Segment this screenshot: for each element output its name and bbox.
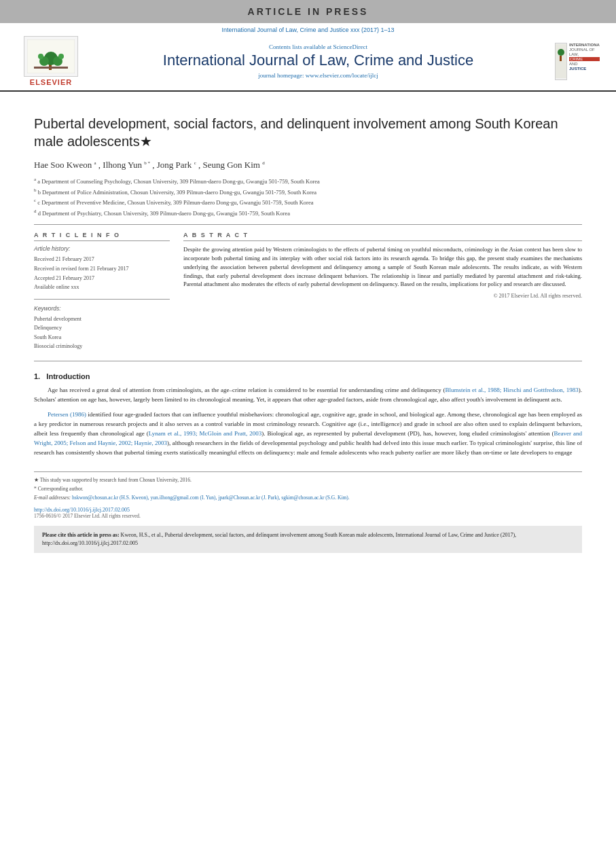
journal-citation: International Journal of Law, Crime and … — [221, 26, 394, 33]
svg-point-6 — [58, 54, 64, 59]
author-jong: , Jong Park — [152, 160, 194, 170]
article-info-header: A R T I C L E I N F O — [34, 232, 170, 241]
history-label: Article history: — [34, 245, 170, 252]
copyright-line: © 2017 Elsevier Ltd. All rights reserved… — [183, 293, 582, 299]
journal-content: ELSEVIER Contents lists available at Sci… — [20, 36, 596, 86]
divider-info — [34, 299, 170, 300]
page-wrapper: ARTICLE IN PRESS International Journal o… — [0, 0, 616, 841]
sciencedirect-link[interactable]: ScienceDirect — [333, 43, 367, 50]
abstract-col: A B S T R A C T Despite the growing atte… — [183, 232, 582, 351]
corresponding-footnote: * Corresponding author. — [34, 485, 582, 493]
available-date: Available online xxx — [34, 283, 170, 292]
abstract-text: Despite the growing attention paid by We… — [183, 245, 582, 289]
accepted-date: Accepted 21 February 2017 — [34, 274, 170, 283]
svg-point-5 — [38, 54, 43, 59]
svg-rect-7 — [34, 67, 68, 69]
homepage-url[interactable]: www.elsevier.com/locate/ijlcj — [306, 72, 378, 79]
keywords-label: Keywords: — [34, 305, 170, 312]
article-title: Pubertal development, social factors, an… — [34, 115, 582, 150]
intro-para-2: Petersen (1986) identified four age-grad… — [34, 410, 582, 458]
section-title: 1. Introduction — [34, 372, 582, 380]
received-revised-date: Received in revised form 21 February 201… — [34, 264, 170, 274]
author-hae-sup: a — [94, 160, 96, 166]
introduction-section: 1. Introduction Age has received a great… — [34, 372, 582, 458]
keywords-list: Pubertal development Delinquency South K… — [34, 315, 170, 351]
keyword-3: South Korea — [34, 333, 170, 342]
citation-label: Please cite this article in press as: — [42, 532, 120, 538]
section-title-text: Introduction — [46, 372, 90, 380]
journal-link-line: International Journal of Law, Crime and … — [20, 23, 596, 36]
author-jong-sup: c — [194, 160, 196, 166]
contents-line: Contents lists available at ScienceDirec… — [95, 43, 541, 50]
two-col-section: A R T I C L E I N F O Article history: R… — [34, 232, 582, 351]
affil-b: b b Department of Police Administration,… — [34, 187, 582, 197]
affil-d: d d Department of Psychiatry, Chosun Uni… — [34, 208, 582, 218]
contents-label: Contents lists available at — [269, 43, 331, 50]
email-label: E-mail addresses: — [34, 495, 71, 501]
journal-sidebar-logo: INTERNATIONA JOURNAL OF LAW, CRIME AND J… — [555, 43, 596, 80]
author-seung: , Seung Gon Kim — [198, 160, 262, 170]
journal-main-title: International Journal of Law, Crime and … — [95, 52, 541, 69]
keyword-2: Delinquency — [34, 323, 170, 333]
divider-1 — [34, 224, 582, 225]
homepage-label: journal homepage: — [258, 72, 304, 79]
section-number: 1. — [34, 372, 40, 380]
author-hae: Hae Soo Kweon — [34, 160, 94, 170]
section-text: Age has received a great deal of attenti… — [34, 386, 582, 458]
abstract-header: A B S T R A C T — [183, 232, 582, 241]
journal-header: International Journal of Law, Crime and … — [0, 23, 616, 92]
divider-2 — [34, 361, 582, 361]
affil-c: c c Department of Preventive Medicine, C… — [34, 197, 582, 207]
star-footnote: ★ This study was supported by research f… — [34, 476, 582, 484]
svg-point-9 — [558, 49, 564, 56]
citation-petersen[interactable]: Petersen (1986) — [48, 411, 86, 418]
citation-box: Please cite this article in press as: Kw… — [34, 526, 582, 553]
intro-para-1: Age has received a great deal of attenti… — [34, 386, 582, 405]
elsevier-logo-block: ELSEVIER — [20, 36, 81, 86]
issn-line: 1756-0616/© 2017 Elsevier Ltd. All right… — [34, 513, 582, 519]
authors-line: Hae Soo Kweon a , Ilhong Yun b * , Jong … — [34, 160, 582, 171]
citation-lynam[interactable]: Lynam et al., 1993; McGloin and Pratt, 2… — [149, 430, 261, 437]
email-footnote: E-mail addresses: hskwon@chosun.ac.kr (H… — [34, 494, 582, 501]
author-seung-sup: d — [262, 160, 265, 166]
citation-blumstein[interactable]: Blumstein et al., 1988; Hirschi and Gott… — [445, 387, 578, 393]
banner-text: ARTICLE IN PRESS — [248, 6, 369, 17]
abstract-paragraph: Despite the growing attention paid by We… — [183, 245, 582, 289]
article-info-col: A R T I C L E I N F O Article history: R… — [34, 232, 170, 351]
author-ilhong: , Ilhong Yun — [98, 160, 144, 170]
keyword-4: Biosocial criminology — [34, 342, 170, 351]
author-ilhong-sup: b * — [144, 160, 150, 166]
info-dates: Received 21 February 2017 Received in re… — [34, 255, 170, 291]
main-content: Pubertal development, social factors, an… — [0, 92, 616, 560]
journal-homepage: journal homepage: www.elsevier.com/locat… — [95, 72, 541, 79]
received-date: Received 21 February 2017 — [34, 255, 170, 264]
journal-title-block: Contents lists available at ScienceDirec… — [88, 43, 548, 79]
elsevier-logo-img — [24, 36, 78, 77]
elsevier-label: ELSEVIER — [30, 78, 72, 86]
email-addresses: hskwon@chosun.ac.kr (H.S. Kweon), yun.il… — [72, 495, 350, 501]
keyword-1: Pubertal development — [34, 315, 170, 324]
citation-beaver[interactable]: Beaver and Wright, 2005; Felson and Hayn… — [34, 430, 582, 446]
article-in-press-banner: ARTICLE IN PRESS — [0, 0, 616, 23]
doi-text: http://dx.doi.org/10.1016/j.ijlcj.2017.0… — [34, 507, 130, 513]
affiliations: a a Department of Counseling Psychology,… — [34, 176, 582, 217]
footnotes-area: ★ This study was supported by research f… — [34, 471, 582, 520]
doi-line[interactable]: http://dx.doi.org/10.1016/j.ijlcj.2017.0… — [34, 507, 582, 513]
svg-rect-10 — [560, 56, 562, 61]
affil-a: a a Department of Counseling Psychology,… — [34, 176, 582, 186]
